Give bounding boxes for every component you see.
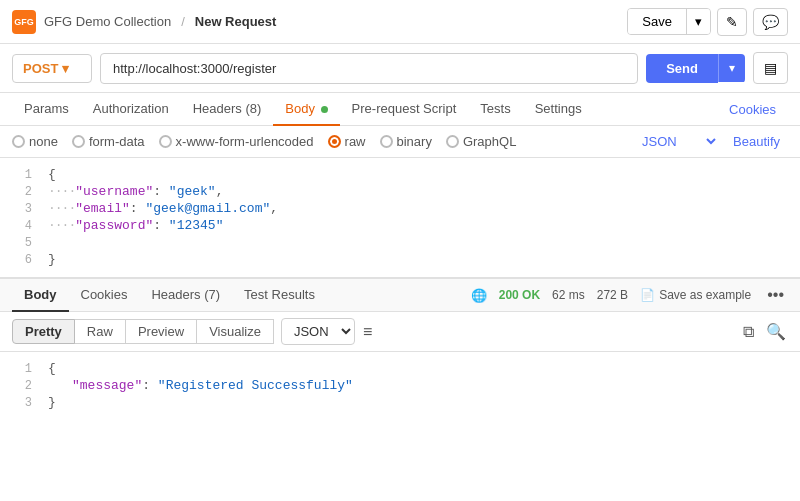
save-button[interactable]: Save bbox=[628, 9, 687, 34]
resp-code-line-2: 2 "message": "Registered Successfully" bbox=[0, 377, 800, 394]
body-dot-indicator bbox=[321, 106, 328, 113]
response-tab-cookies[interactable]: Cookies bbox=[69, 279, 140, 312]
filter-icon-button[interactable]: ≡ bbox=[363, 323, 372, 341]
globe-icon: 🌐 bbox=[471, 288, 487, 303]
search-response-button[interactable]: 🔍 bbox=[764, 320, 788, 343]
collection-name: GFG Demo Collection bbox=[44, 14, 171, 29]
option-binary[interactable]: binary bbox=[380, 134, 432, 149]
top-bar: GFG GFG Demo Collection / New Request Sa… bbox=[0, 0, 800, 44]
response-toolbar-icons: ⧉ 🔍 bbox=[741, 320, 788, 343]
breadcrumb: GFG GFG Demo Collection / New Request bbox=[12, 10, 276, 34]
resp-code-line-1: 1 { bbox=[0, 360, 800, 377]
tab-pre-request-script[interactable]: Pre-request Script bbox=[340, 93, 469, 126]
radio-raw bbox=[328, 135, 341, 148]
code-line-4: 4 ····"password": "12345" bbox=[0, 217, 800, 234]
code-line-2: 2 ····"username": "geek", bbox=[0, 183, 800, 200]
radio-urlencoded bbox=[159, 135, 172, 148]
more-options-button[interactable]: ••• bbox=[763, 286, 788, 304]
tab-headers[interactable]: Headers (8) bbox=[181, 93, 274, 126]
request-body-editor[interactable]: 1 { 2 ····"username": "geek", 3 ····"ema… bbox=[0, 158, 800, 278]
save-dropdown-button[interactable]: ▾ bbox=[687, 9, 710, 34]
send-chevron-icon: ▾ bbox=[729, 61, 735, 75]
copy-response-button[interactable]: ⧉ bbox=[741, 321, 756, 343]
comment-icon: 💬 bbox=[762, 14, 779, 30]
search-icon: 🔍 bbox=[766, 323, 786, 340]
format-tab-raw[interactable]: Raw bbox=[74, 319, 126, 344]
response-tabs-bar: Body Cookies Headers (7) Test Results 🌐 … bbox=[0, 278, 800, 312]
edit-button[interactable]: ✎ bbox=[717, 8, 747, 36]
status-badge: 200 OK bbox=[499, 288, 540, 302]
tab-params[interactable]: Params bbox=[12, 93, 81, 126]
save-icon: 📄 bbox=[640, 288, 655, 302]
body-options-bar: none form-data x-www-form-urlencoded raw… bbox=[0, 126, 800, 158]
format-tab-visualize[interactable]: Visualize bbox=[196, 319, 274, 344]
url-input[interactable] bbox=[100, 53, 638, 84]
code-line-1: 1 { bbox=[0, 166, 800, 183]
copy-icon: ⧉ bbox=[743, 323, 754, 340]
method-chevron-icon: ▾ bbox=[62, 61, 69, 76]
format-tab-pretty[interactable]: Pretty bbox=[12, 319, 75, 344]
response-time: 62 ms bbox=[552, 288, 585, 302]
option-form-data[interactable]: form-data bbox=[72, 134, 145, 149]
tab-authorization[interactable]: Authorization bbox=[81, 93, 181, 126]
option-graphql[interactable]: GraphQL bbox=[446, 134, 516, 149]
resp-code-line-3: 3 } bbox=[0, 394, 800, 411]
send-button[interactable]: Send bbox=[646, 54, 718, 83]
response-body-editor: 1 { 2 "message": "Registered Successfull… bbox=[0, 352, 800, 419]
edit-icon: ✎ bbox=[726, 14, 738, 30]
code-line-3: 3 ····"email": "geek@gmail.com", bbox=[0, 200, 800, 217]
response-meta: 🌐 200 OK 62 ms 272 B 📄 Save as example •… bbox=[471, 286, 788, 304]
response-tab-body[interactable]: Body bbox=[12, 279, 69, 312]
radio-binary bbox=[380, 135, 393, 148]
breadcrumb-separator: / bbox=[181, 14, 185, 29]
filter-icon: ≡ bbox=[363, 323, 372, 340]
tabs-right: Cookies bbox=[717, 94, 788, 125]
response-section: Body Cookies Headers (7) Test Results 🌐 … bbox=[0, 278, 800, 419]
request-tabs-bar: Params Authorization Headers (8) Body Pr… bbox=[0, 93, 800, 126]
response-tab-test-results[interactable]: Test Results bbox=[232, 279, 327, 312]
radio-graphql bbox=[446, 135, 459, 148]
toolbar: Save ▾ ✎ 💬 bbox=[627, 8, 788, 36]
send-dropdown-button[interactable]: ▾ bbox=[718, 54, 745, 82]
tab-settings[interactable]: Settings bbox=[523, 93, 594, 126]
side-panel-button[interactable]: ▤ bbox=[753, 52, 788, 84]
code-line-5: 5 bbox=[0, 234, 800, 251]
tab-body[interactable]: Body bbox=[273, 93, 339, 126]
option-none[interactable]: none bbox=[12, 134, 58, 149]
tab-tests[interactable]: Tests bbox=[468, 93, 522, 126]
beautify-button[interactable]: Beautify bbox=[725, 134, 788, 149]
page-title: New Request bbox=[195, 14, 277, 29]
radio-none bbox=[12, 135, 25, 148]
cookies-button[interactable]: Cookies bbox=[717, 94, 788, 125]
response-tab-headers[interactable]: Headers (7) bbox=[139, 279, 232, 312]
format-tab-preview[interactable]: Preview bbox=[125, 319, 197, 344]
save-example-button[interactable]: 📄 Save as example bbox=[640, 288, 751, 302]
response-format-select[interactable]: JSON Text HTML XML bbox=[281, 318, 355, 345]
response-format-bar: Pretty Raw Preview Visualize JSON Text H… bbox=[0, 312, 800, 352]
side-panel-icon: ▤ bbox=[764, 60, 777, 76]
send-button-group: Send ▾ bbox=[646, 54, 745, 83]
json-select-dropdown[interactable]: JSON Text JavaScript HTML XML bbox=[638, 133, 719, 150]
json-format-selector: JSON Text JavaScript HTML XML Beautify bbox=[638, 133, 788, 150]
chevron-down-icon: ▾ bbox=[695, 14, 702, 29]
response-size: 272 B bbox=[597, 288, 628, 302]
option-raw[interactable]: raw bbox=[328, 134, 366, 149]
comment-button[interactable]: 💬 bbox=[753, 8, 788, 36]
app-logo: GFG bbox=[12, 10, 36, 34]
method-label: POST bbox=[23, 61, 58, 76]
app-container: GFG GFG Demo Collection / New Request Sa… bbox=[0, 0, 800, 501]
url-bar: POST ▾ Send ▾ ▤ bbox=[0, 44, 800, 93]
more-icon: ••• bbox=[767, 286, 784, 303]
radio-form-data bbox=[72, 135, 85, 148]
method-dropdown[interactable]: POST ▾ bbox=[12, 54, 92, 83]
option-urlencoded[interactable]: x-www-form-urlencoded bbox=[159, 134, 314, 149]
code-line-6: 6 } bbox=[0, 251, 800, 268]
save-button-group: Save ▾ bbox=[627, 8, 711, 35]
